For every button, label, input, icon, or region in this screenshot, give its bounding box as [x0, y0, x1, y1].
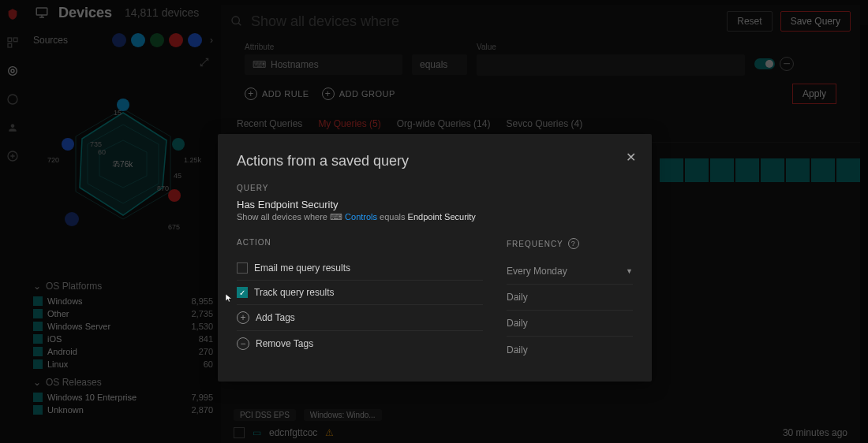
action-email[interactable]: Email me query results — [237, 256, 483, 281]
action-add-tags[interactable]: + Add Tags — [237, 305, 483, 331]
close-icon[interactable]: ✕ — [626, 150, 636, 165]
dropdown-icon: ▼ — [626, 267, 633, 275]
checkbox-unchecked-icon[interactable] — [237, 262, 248, 274]
query-description: Show all devices where ⌨ Controls equals… — [237, 212, 633, 222]
frequency-value: Daily — [507, 311, 633, 337]
plus-circle-icon: + — [237, 311, 249, 324]
query-attribute-link[interactable]: Controls — [345, 212, 377, 222]
query-name: Has Endpoint Security — [237, 199, 633, 210]
action-remove-tags[interactable]: − Remove Tags — [237, 331, 483, 356]
minus-circle-icon: − — [237, 337, 249, 350]
frequency-select[interactable]: Every Monday ▼ — [507, 259, 633, 285]
action-track[interactable]: ✓ Track query results — [237, 281, 483, 305]
action-section-label: ACTION — [237, 238, 483, 247]
query-section-label: QUERY — [237, 184, 633, 192]
monitor-icon: ⌨ — [330, 212, 345, 222]
modal-title: Actions from a saved query — [237, 153, 633, 169]
cursor-icon — [224, 293, 234, 303]
frequency-value: Daily — [507, 337, 633, 363]
frequency-value: Daily — [507, 285, 633, 311]
frequency-section-label: FREQUENCY ? — [507, 238, 633, 249]
actions-modal: Actions from a saved query ✕ QUERY Has E… — [218, 134, 652, 382]
checkbox-checked-icon[interactable]: ✓ — [237, 287, 248, 298]
help-icon[interactable]: ? — [568, 238, 579, 249]
